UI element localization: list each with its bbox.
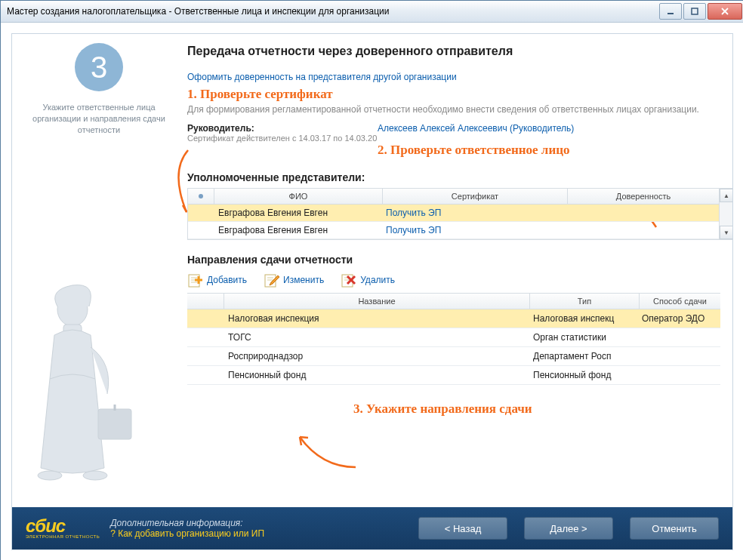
cancel-button[interactable]: Отменить — [630, 517, 719, 540]
svg-rect-8 — [98, 409, 131, 439]
get-signature-link[interactable]: Получить ЭП — [386, 208, 441, 218]
step-number-badge: 3 — [75, 43, 123, 91]
help-link[interactable]: Как добавить организацию или ИП — [118, 528, 264, 539]
reps-row[interactable]: Евграфова Евгения Евген Получить ЭП — [188, 222, 719, 239]
marker-icon — [198, 193, 204, 199]
dirs-row[interactable]: ТОГС Орган статистики — [187, 328, 720, 347]
back-button[interactable]: < Назад — [418, 517, 507, 540]
annotation-2: 2. Проверьте ответственное лицо — [378, 143, 719, 158]
wizard-frame: 3 Укажите ответственные лица организации… — [11, 33, 733, 550]
svg-point-6 — [38, 471, 62, 480]
cert-validity: Сертификат действителен с 14.03.17 по 14… — [187, 134, 378, 143]
leader-label: Руководитель: — [187, 123, 378, 134]
logo: сбис ЭЛЕКТРОННАЯ ОТЧЕТНОСТЬ — [26, 518, 100, 539]
close-button[interactable] — [708, 3, 742, 20]
dirs-toolbar: Добавить Изменить Удалить — [187, 272, 719, 288]
dirs-grid: Название Тип Способ сдачи Налоговая инсп… — [187, 293, 720, 385]
reps-heading: Уполномоченные представители: — [187, 171, 719, 183]
sidebar-hint: Укажите ответственные лица организации и… — [20, 102, 178, 136]
dirs-col-type[interactable]: Тип — [530, 294, 640, 309]
wizard-main: Передача отчетности через доверенного от… — [187, 34, 732, 507]
plus-icon — [187, 272, 204, 288]
dirs-grid-header: Название Тип Способ сдачи — [187, 294, 720, 309]
delete-button[interactable]: Удалить — [341, 272, 395, 288]
svg-point-10 — [199, 194, 203, 198]
page-title: Передача отчетности через доверенного от… — [187, 45, 719, 58]
dirs-col-method[interactable]: Способ сдачи — [640, 294, 720, 309]
scroll-up-button[interactable]: ▲ — [720, 189, 732, 202]
get-signature-link[interactable]: Получить ЭП — [386, 225, 441, 235]
scroll-down-button[interactable]: ▼ — [720, 226, 732, 239]
dirs-row[interactable]: Росприроднадзор Департамент Росп — [187, 347, 720, 366]
edit-button[interactable]: Изменить — [264, 272, 324, 288]
delete-icon — [341, 272, 357, 288]
help-title: Дополнительная информация: — [110, 518, 402, 528]
svg-point-7 — [83, 471, 107, 480]
reps-col-cert[interactable]: Сертификат — [383, 189, 568, 204]
annotation-3: 3. Укажите направления сдачи — [353, 402, 719, 417]
wizard-sidebar: 3 Укажите ответственные лица организации… — [12, 34, 187, 507]
reps-cell-fio: Евграфова Евгения Евген — [214, 222, 381, 238]
window-buttons — [658, 3, 742, 20]
dirs-heading: Направления сдачи отчетности — [187, 254, 719, 266]
intro-text: Для формирования регламентированной отче… — [187, 103, 719, 115]
titlebar: Мастер создания налогоплательщика - Отве… — [1, 1, 743, 23]
pencil-icon — [264, 272, 280, 288]
reps-grid: ФИО Сертификат Доверенность Евграфова Ев… — [187, 188, 720, 240]
reps-row[interactable]: Евграфова Евгения Евген Получить ЭП — [188, 205, 719, 222]
maximize-button[interactable] — [683, 3, 706, 20]
reps-col-proxy[interactable]: Доверенность — [568, 189, 719, 204]
add-button[interactable]: Добавить — [187, 272, 247, 288]
proxy-link[interactable]: Оформить доверенность на представителя д… — [187, 72, 457, 82]
annotation-1: 1. Проверьте сертификат — [187, 87, 719, 102]
window-title: Мастер создания налогоплательщика - Отве… — [7, 6, 658, 17]
reps-cell-fio: Евграфова Евгения Евген — [214, 205, 381, 221]
help-block: Дополнительная информация: ? Как добавит… — [110, 518, 402, 539]
next-button[interactable]: Далее > — [524, 517, 613, 540]
reps-grid-header: ФИО Сертификат Доверенность — [188, 189, 719, 205]
dirs-col-name[interactable]: Название — [224, 294, 530, 309]
leader-name-link[interactable]: Алексеев Алексей Алексеевич (Руководител… — [378, 123, 574, 134]
svg-rect-1 — [692, 8, 698, 14]
body-area: 3 Укажите ответственные лица организации… — [1, 23, 743, 560]
minimize-button[interactable] — [659, 3, 682, 20]
reps-col-fio[interactable]: ФИО — [214, 189, 383, 204]
dirs-row[interactable]: Налоговая инспекция Налоговая инспекц Оп… — [187, 309, 720, 328]
wizard-footer: сбис ЭЛЕКТРОННАЯ ОТЧЕТНОСТЬ Дополнительн… — [12, 507, 732, 549]
app-window: Мастер создания налогоплательщика - Отве… — [0, 0, 743, 560]
dirs-row[interactable]: Пенсионный фонд Пенсионный фонд — [187, 366, 720, 385]
assistant-illustration — [20, 281, 140, 507]
